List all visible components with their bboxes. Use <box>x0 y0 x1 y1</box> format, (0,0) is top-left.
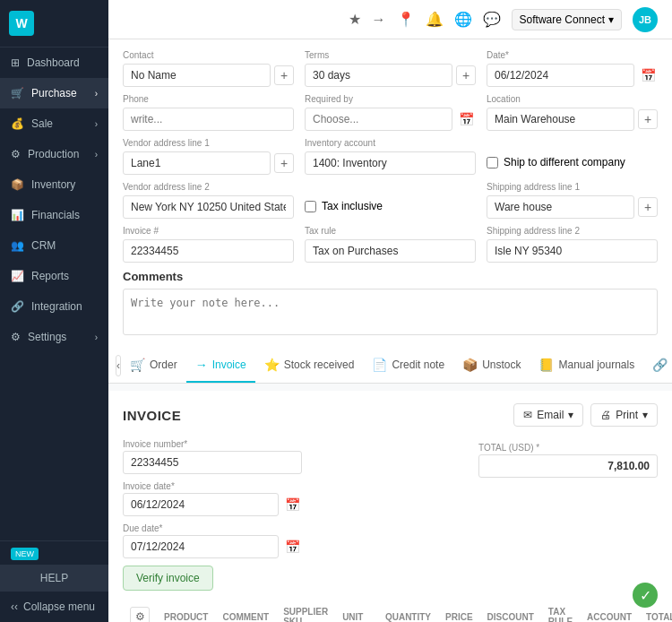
sidebar-item-purchase[interactable]: 🛒 Purchase › <box>0 78 108 108</box>
new-badge: NEW <box>11 548 39 560</box>
production-icon: ⚙ <box>11 148 21 160</box>
invoice-header: INVOICE ✉ Email ▾ 🖨 Print ▾ <box>123 403 658 427</box>
vendor-address1-select[interactable]: Lane1 <box>123 151 271 175</box>
sidebar-item-label: Integration <box>31 300 82 313</box>
form-row-5: Invoice # Tax rule Tax on Purchases Ship… <box>123 226 658 263</box>
location-icon[interactable]: 📍 <box>397 11 415 28</box>
due-date-field-group: Due date* 📅 <box>123 523 464 558</box>
invoice-number-input[interactable] <box>123 239 294 263</box>
ship-to-different-checkbox[interactable] <box>487 157 498 168</box>
tax-inclusive-label: Tax inclusive <box>322 200 383 212</box>
inventory-account-select[interactable]: 1400: Inventory <box>305 151 476 175</box>
invoice-total-group: TOTAL (USD) * <box>478 443 658 478</box>
required-by-input[interactable] <box>305 108 452 131</box>
tax-inclusive-group: Tax inclusive <box>305 182 476 219</box>
sidebar-item-dashboard[interactable]: ⊞ Dashboard <box>0 48 108 78</box>
due-date-calendar-icon[interactable]: 📅 <box>282 537 302 557</box>
shipping-address2-input[interactable] <box>487 239 658 263</box>
vendor-address2-input[interactable] <box>123 195 294 219</box>
chevron-down-icon: ▾ <box>608 13 614 26</box>
tab-order[interactable]: 🛒 Order <box>121 349 186 383</box>
shipping-address1-add-button[interactable]: + <box>638 197 658 217</box>
collapse-menu-button[interactable]: ‹‹ Collapse menu <box>0 592 108 622</box>
location-select[interactable]: Main Warehouse <box>487 108 634 131</box>
verify-invoice-button[interactable]: Verify invoice <box>123 566 213 591</box>
sidebar-item-inventory[interactable]: 📦 Inventory <box>0 169 108 200</box>
dashboard-icon: ⊞ <box>11 56 20 69</box>
comments-textarea[interactable] <box>123 289 658 335</box>
tab-manual-journals-label: Manual journals <box>558 359 634 371</box>
phone-label: Phone <box>123 94 294 104</box>
star-icon[interactable]: ★ <box>349 11 361 28</box>
tax-rule-select[interactable]: Tax on Purchases <box>305 239 476 263</box>
tab-invoice[interactable]: → Invoice <box>186 349 255 383</box>
terms-group: Terms 30 days + <box>305 50 476 87</box>
date-calendar-icon[interactable]: 📅 <box>638 65 658 85</box>
terms-select[interactable]: 30 days <box>305 64 452 87</box>
sidebar-item-reports[interactable]: 📈 Reports <box>0 261 108 291</box>
manual-journals-tab-icon: 📒 <box>538 358 554 372</box>
contact-label: Contact <box>123 50 294 60</box>
sidebar-item-integration[interactable]: 🔗 Integration <box>0 291 108 322</box>
chevron-right-icon: › <box>95 119 98 129</box>
table-settings-button[interactable]: ⚙ <box>130 607 150 622</box>
globe-icon[interactable]: 🌐 <box>454 11 472 28</box>
contact-select[interactable]: No Name <box>123 64 271 87</box>
tab-invoice-label: Invoice <box>212 359 246 371</box>
tab-manual-journals[interactable]: 📒 Manual journals <box>530 349 643 383</box>
sidebar-item-label: Production <box>28 148 79 160</box>
related-orders-tab-icon: 🔗 <box>652 358 668 372</box>
tab-order-label: Order <box>150 359 177 371</box>
inventory-account-label: Inventory account <box>305 138 476 148</box>
sidebar-item-production[interactable]: ⚙ Production › <box>0 139 108 169</box>
arrow-icon[interactable]: → <box>372 12 386 28</box>
terms-add-button[interactable]: + <box>456 65 476 85</box>
user-avatar[interactable]: JB <box>633 7 658 32</box>
tab-unstock[interactable]: 📦 Unstock <box>453 349 530 383</box>
vendor-address1-add-button[interactable]: + <box>274 153 294 173</box>
crm-icon: 👥 <box>11 239 24 252</box>
shipping-address1-label: Shipping address line 1 <box>487 182 658 192</box>
sidebar-item-label: Inventory <box>31 178 75 191</box>
invoice-date-field[interactable] <box>123 493 279 516</box>
sidebar-item-settings[interactable]: ⚙ Settings › <box>0 322 108 352</box>
invoice-section: INVOICE ✉ Email ▾ 🖨 Print ▾ <box>108 391 672 622</box>
print-button[interactable]: 🖨 Print ▾ <box>590 403 658 427</box>
tab-related-orders[interactable]: 🔗 Related orders <box>643 349 672 383</box>
sidebar-item-financials[interactable]: 📊 Financials <box>0 200 108 230</box>
email-button[interactable]: ✉ Email ▾ <box>513 403 583 427</box>
invoice-date-calendar-icon[interactable]: 📅 <box>282 495 302 514</box>
sidebar-item-sale[interactable]: 💰 Sale › <box>0 108 108 139</box>
phone-input[interactable] <box>123 108 294 131</box>
contact-add-button[interactable]: + <box>274 65 294 85</box>
table-settings-header: ⚙ <box>123 601 157 622</box>
shipping-address1-group: Shipping address line 1 Ware house + <box>487 182 658 219</box>
shipping-address1-select[interactable]: Ware house <box>487 195 634 219</box>
tab-stock-received[interactable]: ⭐ Stock received <box>255 349 364 383</box>
sidebar-item-crm[interactable]: 👥 CRM <box>0 230 108 261</box>
required-by-calendar-icon[interactable]: 📅 <box>456 109 476 129</box>
purchase-form: Contact No Name + Terms 30 days + <box>108 39 672 349</box>
chat-icon[interactable]: 💬 <box>483 11 501 28</box>
notification-icon[interactable]: 🔔 <box>426 11 444 28</box>
sidebar-item-label: Settings <box>28 331 66 343</box>
invoice-number-field[interactable] <box>123 451 302 474</box>
sidebar-item-label: Purchase <box>31 87 77 99</box>
help-button[interactable]: HELP <box>0 565 108 592</box>
tab-credit-note-label: Credit note <box>392 359 444 371</box>
purchase-icon: 🛒 <box>11 87 24 99</box>
invoice-number-field-label: Invoice number* <box>123 439 464 449</box>
location-add-button[interactable]: + <box>638 109 658 129</box>
integration-icon: 🔗 <box>11 300 24 313</box>
form-row-2: Phone Required by 📅 Location Main Wareho… <box>123 94 658 131</box>
total-input[interactable] <box>478 454 658 478</box>
date-input[interactable] <box>487 64 634 87</box>
workspace-dropdown[interactable]: Software Connect ▾ <box>512 9 622 30</box>
phone-group: Phone <box>123 94 294 131</box>
due-date-field[interactable] <box>123 535 279 558</box>
reports-icon: 📈 <box>11 270 24 282</box>
col-price: PRICE <box>438 601 480 622</box>
tax-inclusive-checkbox[interactable] <box>305 201 316 212</box>
sidebar-item-label: CRM <box>31 239 56 252</box>
tab-credit-note[interactable]: 📄 Credit note <box>363 349 453 383</box>
